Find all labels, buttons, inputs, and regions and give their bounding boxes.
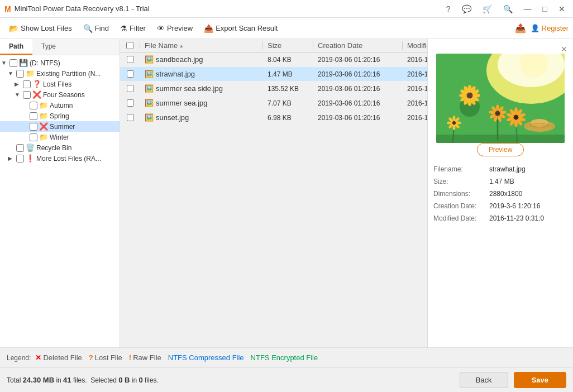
tree-item-morelost[interactable]: ▶ ❗ More Lost Files (RA... [0,153,120,164]
tab-path[interactable]: Path [0,39,32,55]
tree-item-spring[interactable]: ▶ 📁 Spring [0,111,120,121]
file-size-4: 7.07 KB [263,97,313,110]
svg-point-31 [453,116,456,121]
tree-check-morelost[interactable] [16,155,24,162]
svg-point-35 [453,125,456,130]
status-bar: Total 24.30 MB in 41 files. Selected 0 B… [0,367,573,392]
tree-check-winter[interactable] [30,133,37,141]
file-icon-2: 🖼️ [145,70,154,78]
tree-toggle-existing[interactable]: ▼ [8,70,15,77]
minimize-button[interactable]: — [521,3,535,15]
table-row[interactable]: 🖼️ strawhat.jpg 1.47 MB 2019-03-06 01:20… [120,67,427,82]
right-panel: File Name ▲ Size Creation Date Modificat… [120,39,573,347]
tree-check-root[interactable] [9,59,17,67]
selected-files: 0 [139,376,143,384]
folder-autumn-icon: 📁 [39,101,48,109]
file-size-1: 8.04 KB [263,53,313,66]
tree-item-recyclebin[interactable]: ▶ 🗑️ Recycle Bin [0,142,120,153]
app-logo: M [4,4,11,13]
col-header-size[interactable]: Size [263,41,313,50]
title-bar: M MiniTool Power Data Recovery v8.1 - Tr… [0,0,573,18]
preview-toolbar-button[interactable]: 👁 Preview [152,22,197,35]
legend: ✕ Deleted File ? Lost File ! Raw File NT… [35,353,566,362]
svg-rect-54 [436,135,565,143]
tree-label-summer: Summer [50,123,75,131]
register-button[interactable]: 👤 Register [531,24,569,32]
raw-label: Raw File [133,353,161,362]
close-button[interactable]: ✕ [555,3,569,15]
file-size-3: 135.52 KB [263,82,313,95]
lost-icon: ? [89,353,93,362]
total-files: 41 [63,376,71,384]
legend-label: Legend: [7,354,31,362]
find-button[interactable]: 🔍 Find [79,22,113,35]
tab-type[interactable]: Type [32,39,65,55]
tree-item-lostfiles[interactable]: ▶ ❓ Lost Files [0,79,120,89]
row-checkbox-1[interactable] [127,56,134,63]
help-icon[interactable]: ? [443,3,454,15]
tree-check-lostfiles[interactable] [23,80,31,88]
show-lost-files-button[interactable]: 📂 Show Lost Files [4,22,77,35]
tree-label-fourseasons: Four Seasons [43,91,85,99]
svg-point-20 [496,104,499,111]
file-creation-1: 2019-03-06 01:20:16 [313,53,403,66]
tree-item-autumn[interactable]: ▶ 📁 Autumn [0,100,120,111]
select-all-checkbox[interactable] [126,42,133,49]
file-list-panel: File Name ▲ Size Creation Date Modificat… [120,39,428,347]
file-table-body: 🖼️ sandbeach.jpg 8.04 KB 2019-03-06 01:2… [120,52,427,347]
cart-icon[interactable]: 🛒 [479,3,495,15]
row-checkbox-5[interactable] [127,114,134,121]
tree-label-existing: Existing Partition (N... [36,70,101,78]
tree-check-existing[interactable] [16,70,24,78]
row-checkbox-2[interactable] [127,70,134,78]
filter-button[interactable]: ⚗ Filter [116,22,150,35]
export-button[interactable]: 📤 Export Scan Result [199,22,282,35]
col-header-modification[interactable]: Modification Da... [403,41,428,50]
tree-toggle-fourseasons[interactable]: ▼ [15,92,21,98]
tree-toggle-morelost[interactable]: ▶ [8,155,15,161]
tree-check-spring[interactable] [30,112,37,120]
tree-check-fourseasons[interactable] [23,91,31,99]
file-icon-5: 🖼️ [145,113,154,122]
tree-item-fourseasons[interactable]: ▼ ❌ Four Seasons [0,89,120,100]
svg-point-33 [456,122,461,125]
maximize-button[interactable]: □ [539,3,551,15]
file-icon-4: 🖼️ [145,99,154,107]
tree-item-summer[interactable]: ▶ ❌ Summer [0,121,120,132]
preview-image-container [436,54,565,143]
status-text: Total 24.30 MB in 41 files. Selected 0 B… [7,376,159,384]
preview-filename-value: strawhat.jpg [489,165,526,173]
table-row[interactable]: 🖼️ sunset.jpg 6.98 KB 2019-03-06 01:20:1… [120,111,427,125]
tree-toggle-lostfiles[interactable]: ▶ [15,81,21,87]
tree-item-existing[interactable]: ▼ 📁 Existing Partition (N... [0,68,120,79]
row-checkbox-4[interactable] [127,99,134,107]
file-name-4: summer sea.jpg [156,99,207,107]
back-button[interactable]: Back [460,372,508,388]
row-checkbox-3[interactable] [127,85,134,92]
toolbar-right: 📤 👤 Register [515,23,569,34]
tree-check-autumn[interactable] [30,102,37,109]
save-button[interactable]: Save [514,372,566,388]
drive-icon: 💾 [19,59,28,67]
file-modification-1: 2016-11-23 ... [403,53,427,66]
status-actions: Back Save [460,372,566,388]
legend-ntfs-encrypted: NTFS Encrypted File [251,353,318,362]
chat-icon[interactable]: 💬 [459,3,475,15]
table-row[interactable]: 🖼️ summer sea.jpg 7.07 KB 2019-03-06 01:… [120,96,427,111]
tree-toggle-root[interactable]: ▼ [1,60,8,66]
preview-close-button[interactable]: ✕ [561,45,567,54]
file-modification-2: 2016-11-23 ... [403,68,427,81]
table-row[interactable]: 🖼️ summer sea side.jpg 135.52 KB 2019-03… [120,82,427,96]
tree-item-winter[interactable]: ▶ 📁 Winter [0,132,120,142]
file-tree: ▼ 💾 (D: NTFS) ▼ 📁 Existing Partition (N.… [0,55,120,347]
tree-item-root[interactable]: ▼ 💾 (D: NTFS) [0,58,120,68]
col-header-name[interactable]: File Name ▲ [140,41,263,50]
share-icon[interactable]: 📤 [515,23,526,34]
search-icon[interactable]: 🔍 [500,3,516,15]
tree-check-recyclebin[interactable] [16,144,24,152]
preview-action-button[interactable]: Preview [477,143,524,156]
col-header-creation[interactable]: Creation Date [313,41,403,50]
find-icon: 🔍 [83,24,93,33]
tree-check-summer[interactable] [30,123,37,131]
table-row[interactable]: 🖼️ sandbeach.jpg 8.04 KB 2019-03-06 01:2… [120,52,427,67]
